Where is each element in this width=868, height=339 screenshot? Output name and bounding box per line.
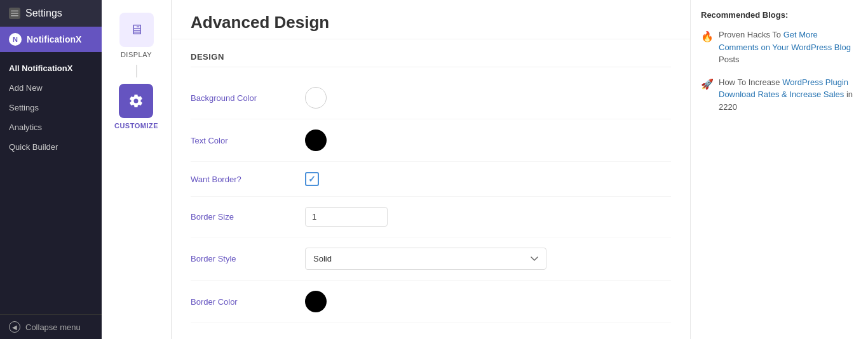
display-step-icon: 🖥	[119, 13, 154, 47]
border-color-row: Border Color	[191, 281, 671, 323]
wizard-step-display[interactable]: 🖥 DISPLAY	[119, 13, 154, 58]
svg-rect-0	[11, 11, 18, 12]
border-style-row: Border Style None Solid Dashed Dotted Do…	[191, 237, 671, 281]
wizard-steps-panel: 🖥 DISPLAY CUSTOMIZE	[102, 0, 172, 339]
blog-2-text: How To Increase WordPress Plugin Downloa…	[719, 76, 858, 114]
text-color-swatch[interactable]	[305, 130, 327, 151]
sidebar-nav: All NotificationX Add New Settings Analy…	[0, 52, 102, 314]
collapse-menu-button[interactable]: ◀ Collapse menu	[0, 314, 102, 339]
design-section: DESIGN Background Color Text Color Want …	[172, 39, 690, 336]
background-color-row: Background Color	[191, 77, 671, 119]
main-header: Advanced Design	[172, 0, 690, 39]
brand-header: N NotificationX	[0, 27, 102, 52]
main-content: Advanced Design DESIGN Background Color …	[172, 0, 690, 339]
want-border-label: Want Border?	[191, 175, 292, 184]
background-color-label: Background Color	[191, 93, 292, 103]
sidebar-item-label: Quick Builder	[9, 142, 58, 152]
blog-2-emoji: 🚀	[701, 77, 714, 92]
wizard-step-customize[interactable]: CUSTOMIZE	[114, 84, 158, 130]
sidebar-item-quick-builder[interactable]: Quick Builder	[0, 137, 102, 157]
blog-item-1: 🔥 Proven Hacks To Get More Comments on Y…	[701, 29, 858, 66]
sidebar-item-analytics[interactable]: Analytics	[0, 117, 102, 137]
want-border-checkbox[interactable]: ✓	[305, 172, 319, 186]
sidebar-item-add-new[interactable]: Add New	[0, 78, 102, 98]
text-color-row: Text Color	[191, 119, 671, 162]
blog-1-link[interactable]: Get More Comments on Your WordPress Blog	[719, 30, 851, 52]
border-size-label: Border Size	[191, 212, 292, 222]
blog-item-2: 🚀 How To Increase WordPress Plugin Downl…	[701, 76, 858, 114]
collapse-icon: ◀	[9, 321, 20, 333]
sidebar-item-all-notificationx[interactable]: All NotificationX	[0, 58, 102, 78]
sidebar: Settings N NotificationX All Notificatio…	[0, 0, 102, 339]
sidebar-item-settings[interactable]: Settings	[0, 98, 102, 117]
border-style-select[interactable]: None Solid Dashed Dotted Double Groove	[305, 248, 546, 270]
border-color-swatch[interactable]	[305, 291, 327, 312]
sidebar-item-label: Settings	[9, 103, 39, 112]
border-size-input[interactable]	[305, 207, 388, 227]
brand-label: NotificationX	[27, 34, 81, 44]
sidebar-item-label: All NotificationX	[9, 63, 72, 73]
blog-2-link[interactable]: WordPress Plugin Download Rates & Increa…	[719, 77, 848, 100]
text-color-label: Text Color	[191, 136, 292, 145]
border-style-label: Border Style	[191, 254, 292, 263]
collapse-label: Collapse menu	[25, 322, 81, 332]
want-border-row: Want Border? ✓	[191, 162, 671, 197]
page-title: Advanced Design	[191, 13, 671, 32]
design-section-title: DESIGN	[191, 52, 671, 67]
customize-step-icon	[119, 84, 153, 118]
svg-rect-1	[11, 13, 18, 14]
right-panel: Recommended Blogs: 🔥 Proven Hacks To Get…	[690, 0, 868, 339]
right-panel-title: Recommended Blogs:	[701, 10, 858, 20]
svg-rect-2	[11, 15, 18, 17]
background-color-swatch[interactable]	[305, 87, 327, 109]
display-step-label: DISPLAY	[121, 51, 152, 58]
border-color-label: Border Color	[191, 297, 292, 307]
blog-1-text: Proven Hacks To Get More Comments on You…	[719, 29, 858, 66]
blog-1-emoji: 🔥	[701, 29, 714, 44]
border-size-row: Border Size	[191, 197, 671, 237]
customize-step-label: CUSTOMIZE	[114, 122, 158, 130]
checkmark-icon: ✓	[308, 174, 316, 184]
settings-label: Settings	[25, 8, 62, 19]
step-connector	[136, 65, 137, 77]
sidebar-item-label: Add New	[9, 83, 43, 93]
brand-icon: N	[9, 33, 22, 46]
sidebar-item-label: Analytics	[9, 123, 42, 132]
sidebar-settings-header[interactable]: Settings	[0, 0, 102, 27]
settings-icon	[9, 8, 20, 19]
